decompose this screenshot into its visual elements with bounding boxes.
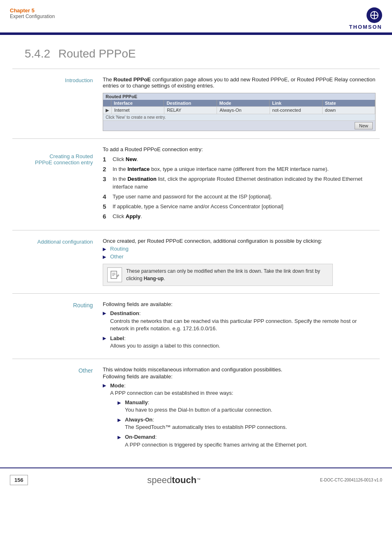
other-content: This window holds miscellaneous informat… [103,366,380,452]
note-icon [107,267,122,282]
logo-text: THOMSON [349,24,382,30]
routing-content: Following fields are available: ▶ Destin… [103,301,380,351]
chapter-info: Chapter 5 Expert Configuration [10,7,55,19]
th-link: Link [270,100,322,106]
step-text-4: Type user name and password for the acco… [113,193,272,200]
additional-config-label: Additional configuration [12,238,103,286]
th-arrow [103,100,111,106]
step-3: 3 In the Destination list, click the app… [103,175,376,190]
svg-rect-3 [111,271,117,279]
introduction-text: The Routed PPPoE configuration page allo… [103,76,376,89]
other-label: Other [12,366,103,452]
footer-doc-ref: E-DOC-CTC-20041126-0013 v1.0 [320,478,382,482]
step-num-6: 6 [103,213,113,220]
th-destination: Destination [164,100,217,106]
td-link: not-connected [270,107,323,114]
routing-label-field: ▶ Label: Allows you to assign a label to… [103,335,376,350]
table-title: Routed PPPoE [103,93,375,100]
note-text: These parameters can only be modified wh… [126,267,328,282]
mode-manually-text: Manually: You have to press the Dial-In … [125,399,272,414]
td-destination: RELAY [164,107,217,114]
th-interface: Interface [111,100,164,106]
main-content: Introduction The Routed PPPoE configurat… [0,69,392,459]
introduction-content: The Routed PPPoE configuration page allo… [103,76,380,131]
routing-section: Routing Following fields are available: … [12,293,380,359]
step-2: 2 In the Interface box, type a unique in… [103,166,376,173]
th-state: State [323,100,375,106]
routing-intro: Following fields are available: [103,301,376,307]
bullet-arrow-routing: ▶ [103,246,108,252]
step-text-2: In the Interface box, type a unique inte… [113,166,329,173]
footer-touch-text: touch [172,475,196,485]
bullet-arrow-lbl: ▶ [103,336,108,341]
footer-tm: ™ [196,477,201,481]
routed-pppoe-table: Routed PPPoE Interface Destination Mode … [103,93,376,131]
additional-config-text: Once created, per Routed PPPoE connectio… [103,238,376,244]
step-list: 1 Click New. 2 In the Interface box, typ… [103,156,376,220]
creating-label-line1: Creating a RoutedPPPoE connection entry [35,153,93,166]
step-text-6: Click Apply. [113,213,142,220]
mode-manually: ▶ Manually: You have to press the Dial-I… [118,399,307,414]
thomson-icon-svg [370,11,379,20]
creating-entry-content: To add a Routed PPPoE connection entry: … [103,146,380,223]
thomson-logo-icon [367,7,382,23]
other-fields-list: ▶ Mode: A PPP connection can be establis… [103,382,376,450]
additional-config-content: Once created, per Routed PPPoE connectio… [103,238,380,286]
th-mode: Mode [217,100,270,106]
td-interface: Internet [112,107,164,114]
td-state: down [323,107,375,114]
page-title-text: Routed PPPoE [58,47,136,60]
page-number: 156 [10,475,28,485]
bullet-list: ▶ Routing ▶ Other [103,246,376,260]
routing-link[interactable]: Routing [110,246,129,252]
mode-always-on: ▶ Always-On: The SpeedTouch™ automatical… [118,416,307,431]
step-num-1: 1 [103,156,113,163]
page-header: Chapter 5 Expert Configuration THOMSON [0,0,392,30]
bullet-arrow-dest: ▶ [103,311,108,316]
routing-label-text: Label: Allows you to assign a label to t… [110,335,220,350]
footer-speed-text: speed [147,475,172,485]
chapter-label: Chapter 5 [10,7,55,14]
thomson-logo: THOMSON [349,7,382,30]
td-arrow: ▶ [103,107,112,114]
footer-logo: speedtouch™ [147,475,201,486]
bullet-arrow-on-demand: ▶ [118,434,122,440]
step-text-3: In the Destination list, click the appro… [113,175,376,190]
table-header-row: Interface Destination Mode Link State [103,100,375,106]
introduction-section: Introduction The Routed PPPoE configurat… [12,69,380,138]
introduction-label: Introduction [12,76,103,131]
table-row: ▶ Internet RELAY Always-On not-connected… [103,106,375,114]
step-text-1: Click New. [113,156,138,163]
td-mode: Always-On [217,107,270,114]
bullet-arrow-manually: ▶ [118,400,122,406]
other-mode-text: Mode: A PPP connection can be establishe… [110,382,307,450]
additional-config-section: Additional configuration Once created, p… [12,230,380,293]
page-footer: 156 speedtouch™ E-DOC-CTC-20041126-0013 … [0,467,392,492]
note-box: These parameters can only be modified wh… [103,264,333,286]
mode-on-demand-text: On-Demand: A PPP connection is triggered… [125,433,307,448]
table-footer: New [103,120,375,131]
steps-intro: To add a Routed PPPoE connection entry: [103,146,376,152]
bullet-other: ▶ Other [103,253,376,260]
bullet-routing: ▶ Routing [103,246,376,252]
routing-destination-field: ▶ Destination: Controls the networks tha… [103,310,376,332]
other-link[interactable]: Other [110,253,124,260]
step-num-5: 5 [103,203,113,210]
bullet-arrow-always-on: ▶ [118,417,122,423]
step-num-2: 2 [103,166,113,173]
table-hint: Click 'New' to create a new entry. [103,114,375,120]
new-button[interactable]: New [355,122,373,129]
mode-on-demand: ▶ On-Demand: A PPP connection is trigger… [118,433,307,448]
other-section: Other This window holds miscellaneous in… [12,359,380,459]
step-num-3: 3 [103,175,113,182]
step-4: 4 Type user name and password for the ac… [103,193,376,200]
routing-destination-text: Destination: Controls the networks that … [110,310,376,332]
other-mode-field: ▶ Mode: A PPP connection can be establis… [103,382,376,450]
creating-entry-label: Creating a RoutedPPPoE connection entry [12,146,103,223]
creating-entry-section: Creating a RoutedPPPoE connection entry … [12,138,380,230]
mode-sub-list: ▶ Manually: You have to press the Dial-I… [118,399,307,449]
note-svg-icon [110,270,120,280]
other-intro1: This window holds miscellaneous informat… [103,366,376,373]
mode-always-on-text: Always-On: The SpeedTouch™ automatically… [125,416,287,431]
step-5: 5 If applicable, type a Service name and… [103,203,376,210]
